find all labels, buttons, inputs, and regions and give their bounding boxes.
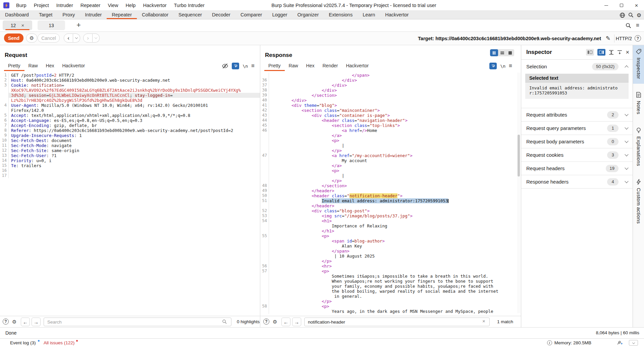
settings-gear-icon[interactable]: ⚙ xyxy=(637,12,641,18)
forward-dropdown-button[interactable] xyxy=(93,33,100,43)
dock-left-toggle-icon[interactable] xyxy=(586,49,594,56)
selection-section-header[interactable]: Selection 50 (0x32) xyxy=(521,60,633,73)
tab-comparer[interactable]: Comparer xyxy=(235,11,267,19)
forward-button[interactable]: › xyxy=(83,33,93,43)
side-tab-inspector[interactable]: Inspector xyxy=(633,45,644,84)
section-label: Response headers xyxy=(526,179,607,185)
inspector-section-request-body-parameters[interactable]: Request body parameters0 xyxy=(521,135,633,148)
rows-layout-button[interactable] xyxy=(498,49,506,56)
next-match-button[interactable]: → xyxy=(292,318,301,326)
menu-hackvertor[interactable]: Hackvertor xyxy=(139,0,170,11)
request-tab-pretty[interactable]: Pretty xyxy=(4,63,24,71)
maximize-button[interactable] xyxy=(614,0,629,11)
tab-organizer[interactable]: Organizer xyxy=(292,11,324,19)
menu-project[interactable]: Project xyxy=(30,0,53,11)
side-tab-custom-actions[interactable]: Custom actions xyxy=(633,176,644,228)
repeater-tab-13[interactable]: 13 xyxy=(38,20,65,30)
request-tab-hackvertor[interactable]: Hackvertor xyxy=(58,63,89,71)
collapse-all-icon[interactable] xyxy=(617,50,622,55)
tab-hackvertor[interactable]: Hackvertor xyxy=(380,11,414,19)
tab-dashboard[interactable]: Dashboard xyxy=(0,11,34,19)
inspector-section-request-headers[interactable]: Request headers19 xyxy=(521,162,633,175)
tab-sequencer[interactable]: Sequencer xyxy=(173,11,207,19)
menu-burp[interactable]: Burp xyxy=(12,0,30,11)
response-tab-hex[interactable]: Hex xyxy=(302,63,319,71)
search-settings-gear-icon[interactable]: ⚙ xyxy=(273,319,277,325)
tab-target[interactable]: Target xyxy=(34,11,57,19)
menu-repeater[interactable]: Repeater xyxy=(77,0,104,11)
tab-intruder[interactable]: Intruder xyxy=(80,11,107,19)
tab-logger[interactable]: Logger xyxy=(267,11,292,19)
back-button[interactable]: ‹ xyxy=(64,33,73,43)
response-search-input[interactable] xyxy=(304,318,490,326)
tab-learn[interactable]: Learn xyxy=(358,11,380,19)
cancel-button[interactable]: Cancel xyxy=(38,33,60,43)
dock-right-toggle-icon[interactable] xyxy=(597,49,605,56)
menu-icon[interactable]: ≡ xyxy=(636,22,639,29)
response-tab-pretty[interactable]: Pretty xyxy=(264,63,285,71)
search-icon[interactable] xyxy=(628,12,634,18)
menu-help[interactable]: Help xyxy=(122,0,140,11)
response-tab-hackvertor[interactable]: Hackvertor xyxy=(342,63,373,71)
tab-repeater[interactable]: Repeater xyxy=(107,11,137,19)
back-dropdown-button[interactable] xyxy=(73,33,80,43)
search-icon[interactable] xyxy=(626,22,631,29)
word-wrap-toggle-icon[interactable] xyxy=(232,63,239,69)
send-button[interactable]: Send xyxy=(4,33,23,43)
next-match-button[interactable]: → xyxy=(32,318,41,326)
columns-layout-button[interactable] xyxy=(490,49,498,56)
editor-menu-icon[interactable]: ≡ xyxy=(509,63,512,69)
search-settings-gear-icon[interactable]: ⚙ xyxy=(12,319,16,325)
panel-chooser-dropdown[interactable] xyxy=(629,340,638,346)
all-issues-button[interactable]: All issues (122) xyxy=(44,339,74,347)
tab-proxy[interactable]: Proxy xyxy=(57,11,80,19)
word-wrap-toggle-icon[interactable] xyxy=(489,63,497,69)
close-button[interactable]: × xyxy=(629,0,644,11)
help-icon[interactable]: ? xyxy=(635,35,641,42)
inspector-section-request-query-parameters[interactable]: Request query parameters1 xyxy=(521,122,633,135)
menu-view[interactable]: View xyxy=(104,0,122,11)
inspector-section-response-headers[interactable]: Response headers4 xyxy=(521,175,633,189)
tab-collaborator[interactable]: Collaborator xyxy=(137,11,173,19)
response-tab-raw[interactable]: Raw xyxy=(285,63,302,71)
hide-fields-eye-icon[interactable] xyxy=(222,63,228,69)
previous-match-button[interactable]: ← xyxy=(21,318,30,326)
http-protocol-label[interactable]: HTTP/2 xyxy=(616,32,632,45)
event-log-button[interactable]: Event log (3) xyxy=(10,339,36,347)
info-icon[interactable]: i xyxy=(547,340,552,345)
send-settings-button[interactable]: ⚙ xyxy=(26,33,37,43)
help-icon[interactable]: ? xyxy=(3,319,9,325)
clear-search-icon[interactable]: × xyxy=(482,318,485,324)
request-tab-raw[interactable]: Raw xyxy=(24,63,42,71)
side-tab-notes[interactable]: Notes xyxy=(633,88,644,119)
request-search-input[interactable] xyxy=(44,318,231,326)
show-newlines-icon[interactable]: \n xyxy=(500,64,505,69)
connection-status-icon[interactable] xyxy=(616,340,623,346)
request-editor[interactable]: 1GET /post?postId=2 HTTP/22Host: 0a6400c… xyxy=(0,73,260,178)
show-newlines-icon[interactable]: \n xyxy=(243,64,248,69)
previous-match-button[interactable]: ← xyxy=(281,318,290,326)
single-layout-button[interactable] xyxy=(506,49,514,56)
edit-target-pencil-icon[interactable]: ✎ xyxy=(606,35,610,42)
help-icon[interactable]: ? xyxy=(263,319,269,325)
inspector-section-request-cookies[interactable]: Request cookies3 xyxy=(521,148,633,162)
side-tab-explanations[interactable]: Explanations xyxy=(633,124,644,171)
add-tab-button[interactable]: + xyxy=(76,21,81,29)
globe-icon[interactable] xyxy=(620,12,625,18)
minimize-button[interactable] xyxy=(599,0,614,11)
inspector-section-request-attributes[interactable]: Request attributes2 xyxy=(521,108,633,122)
request-tab-hex[interactable]: Hex xyxy=(42,63,58,71)
expand-all-icon[interactable] xyxy=(609,50,614,55)
close-inspector-icon[interactable]: × xyxy=(626,49,629,55)
close-tab-icon[interactable]: × xyxy=(21,22,24,28)
tab-extensions[interactable]: Extensions xyxy=(324,11,358,19)
editor-menu-icon[interactable]: ≡ xyxy=(251,63,255,69)
menu-turbo-intruder[interactable]: Turbo Intruder xyxy=(170,0,208,11)
scrollbar-thumb[interactable] xyxy=(518,135,520,177)
response-editor[interactable]: </span>36</div>37</div>38</div>39</secti… xyxy=(260,73,517,314)
menu-intruder[interactable]: Intruder xyxy=(53,0,77,11)
repeater-tab-12[interactable]: 12× xyxy=(3,20,32,30)
response-scrollbar[interactable] xyxy=(517,73,520,313)
response-tab-render[interactable]: Render xyxy=(319,63,342,71)
tab-decoder[interactable]: Decoder xyxy=(207,11,235,19)
